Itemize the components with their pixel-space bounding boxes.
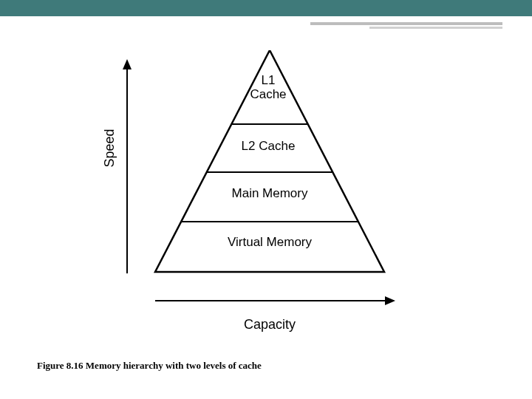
speed-axis-arrow-icon [118,59,137,281]
level-l1-cache: L1 Cache [246,74,290,101]
level-l2-cache: L2 Cache [235,139,301,154]
l1-text-line1: L1 [262,73,276,87]
level-virtual-memory: Virtual Memory [222,235,318,250]
svg-marker-1 [123,59,132,69]
figure-caption: Figure 8.16 Memory hierarchy with two le… [37,360,262,372]
memory-hierarchy-diagram: Speed Capacity L1 Cache L2 Cache Main Me… [103,44,421,325]
header-underline-2 [369,27,502,29]
capacity-axis-arrow-icon [151,292,395,310]
slide-header-bar [0,0,532,16]
speed-axis-label: Speed [102,129,117,167]
level-main-memory: Main Memory [222,186,318,201]
header-underline [310,22,502,25]
svg-marker-3 [385,296,395,305]
capacity-axis-label: Capacity [244,317,296,332]
l1-text-line2: Cache [250,87,286,101]
